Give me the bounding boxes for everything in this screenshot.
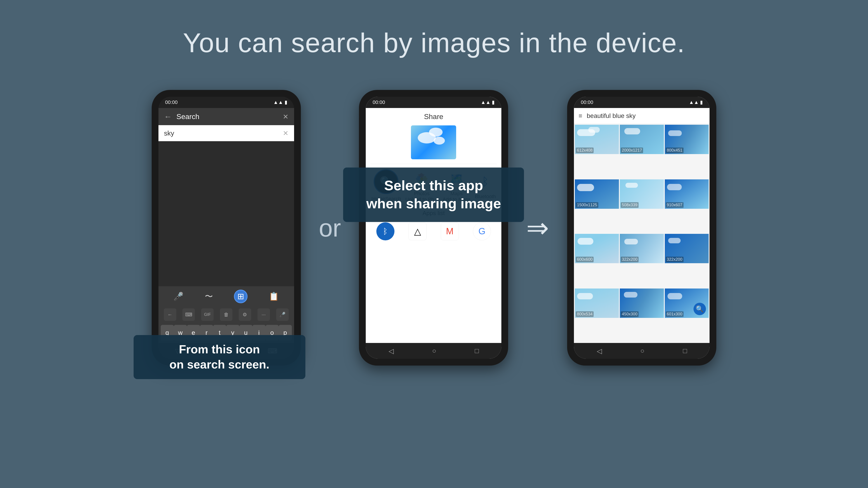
grid-cell-8[interactable]: 322x200 xyxy=(620,234,664,263)
grid-cell-1[interactable]: 612x408 xyxy=(575,125,619,154)
key-tab[interactable]: ⌨ xyxy=(182,308,195,321)
page-title: You can search by images in the device. xyxy=(183,27,685,58)
phone1-search-bar[interactable]: ← Search ✕ xyxy=(158,108,294,125)
search-query-text: sky xyxy=(164,129,174,137)
phone3-nav-home[interactable]: ○ xyxy=(640,347,645,355)
phone1-wrapper: 00:00 ▲▲ ▮ ← Search ✕ sky ✕ xyxy=(152,90,301,365)
grid-dim-9: 322x200 xyxy=(666,257,684,262)
phone3-status-bar: 00:00 ▲▲ ▮ xyxy=(574,97,710,108)
phone1-search-results-area xyxy=(158,141,294,286)
app2-google-icon[interactable]: G xyxy=(473,222,491,240)
grid-dim-12: 601x300 xyxy=(666,311,684,317)
key-settings[interactable]: ⚙ xyxy=(239,308,251,321)
share-apps-row2: ᛒ △ M G xyxy=(366,219,501,244)
key-mic2[interactable]: 🎤 xyxy=(276,308,289,321)
phone2-status-bar: 00:00 ▲▲ ▮ xyxy=(366,97,501,108)
phone3-signal: ▲▲ ▮ xyxy=(689,99,703,105)
phone2-wrapper: 00:00 ▲▲ ▮ Share xyxy=(359,90,508,365)
grid-cell-4[interactable]: 1500x1125 xyxy=(575,180,619,209)
phone3-nav-back[interactable]: ◁ xyxy=(597,347,602,355)
key-more[interactable]: ··· xyxy=(257,308,270,321)
phones-row: 00:00 ▲▲ ▮ ← Search ✕ sky ✕ xyxy=(0,90,868,365)
app2-gmail-icon[interactable]: M xyxy=(441,222,459,240)
search-query-clear-icon[interactable]: ✕ xyxy=(283,129,288,137)
key-back[interactable]: ← xyxy=(164,308,176,321)
grid-dim-3: 800x451 xyxy=(666,148,684,153)
phone2-share-dialog: Share 🔍 ImageSearch xyxy=(366,108,501,343)
grid-cell-7[interactable]: 600x600 xyxy=(575,234,619,263)
grid-dim-4: 1500x1125 xyxy=(576,202,598,208)
phone3-screen: 00:00 ▲▲ ▮ ≡ beautiful blue sky 612x408 xyxy=(574,97,710,359)
share-image-preview xyxy=(411,125,456,159)
phone2-frame: 00:00 ▲▲ ▮ Share xyxy=(359,90,508,365)
phone3-time: 00:00 xyxy=(581,99,593,105)
grid-dim-11: 450x300 xyxy=(621,311,639,317)
phone1-keyboard-sub-row: ← ⌨ GIF 🗑 ⚙ ··· 🎤 xyxy=(158,306,294,323)
phone1-keyboard-toolbar: 🎤 〜 ⊞ 📋 xyxy=(158,286,294,306)
grid-cell-11[interactable]: 450x300 xyxy=(620,289,664,318)
grid-cell-6[interactable]: 910x607 xyxy=(665,180,709,209)
grid-cell-5[interactable]: 508x339 xyxy=(620,180,664,209)
search-clear-icon[interactable]: ✕ xyxy=(283,113,288,121)
back-arrow-icon[interactable]: ← xyxy=(164,112,172,121)
phone1-frame: 00:00 ▲▲ ▮ ← Search ✕ sky ✕ xyxy=(152,90,301,365)
phone3-nav-bar: ◁ ○ □ xyxy=(574,343,710,359)
mic-icon[interactable]: 🎤 xyxy=(174,292,184,301)
grid-cell-10[interactable]: 800x534 xyxy=(575,289,619,318)
phone3-nav-recents[interactable]: □ xyxy=(683,347,687,355)
share-dialog-title: Share xyxy=(366,108,501,125)
phone3-toolbar: ≡ beautiful blue sky xyxy=(574,108,710,124)
clipboard-icon[interactable]: 📋 xyxy=(269,292,279,301)
phone2-screen: 00:00 ▲▲ ▮ Share xyxy=(366,97,501,359)
phone1-signal: ▲▲ ▮ xyxy=(273,99,287,105)
phone2-nav-home[interactable]: ○ xyxy=(432,347,436,355)
phone1-screen: 00:00 ▲▲ ▮ ← Search ✕ sky ✕ xyxy=(158,97,294,359)
grid-dim-8: 322x200 xyxy=(621,257,639,262)
grid-cell-2[interactable]: 2000x1217 xyxy=(620,125,664,154)
grid-dim-2: 2000x1217 xyxy=(621,148,643,153)
grid-dim-1: 612x408 xyxy=(576,148,594,153)
grid-dim-7: 600x600 xyxy=(576,257,594,262)
phone2-time: 00:00 xyxy=(373,99,385,105)
grid-cell-9[interactable]: 322x200 xyxy=(665,234,709,263)
phone3-frame: 00:00 ▲▲ ▮ ≡ beautiful blue sky 612x408 xyxy=(567,90,716,365)
search-input-label: Search xyxy=(177,112,278,121)
results-query-text: beautiful blue sky xyxy=(587,112,705,120)
phone2-nav-recents[interactable]: □ xyxy=(475,347,479,355)
or-separator: or xyxy=(319,214,341,242)
grid-cell-3[interactable]: 800x451 xyxy=(665,125,709,154)
image-search-icon-highlighted[interactable]: ⊞ xyxy=(234,290,248,303)
key-gif[interactable]: GIF xyxy=(201,308,214,321)
key-delete[interactable]: 🗑 xyxy=(220,308,232,321)
grid-dim-10: 800x534 xyxy=(576,311,594,317)
phone3-wrapper: 00:00 ▲▲ ▮ ≡ beautiful blue sky 612x408 xyxy=(567,90,716,365)
grid-cell-12[interactable]: 601x300 🔍 xyxy=(665,289,709,318)
arrow-right: ⇒ xyxy=(526,212,549,243)
app2-bluetooth-icon[interactable]: ᛒ xyxy=(376,222,395,240)
phone2-tooltip: Select this app when sharing image xyxy=(343,167,524,222)
grid-dim-6: 910x607 xyxy=(666,202,684,208)
trend-icon[interactable]: 〜 xyxy=(205,291,213,302)
phone2-signal: ▲▲ ▮ xyxy=(481,99,495,105)
image-grid: 612x408 2000x1217 800x451 1500x1125 xyxy=(574,124,710,343)
app2-drive-icon[interactable]: △ xyxy=(408,222,427,240)
search-fab-button[interactable]: 🔍 xyxy=(693,303,706,315)
phone1-tooltip: From this icon on search screen. xyxy=(133,335,305,379)
phone2-nav-back[interactable]: ◁ xyxy=(389,347,394,355)
phone1-time: 00:00 xyxy=(165,99,178,105)
grid-dim-5: 508x339 xyxy=(621,202,639,208)
phone1-status-bar: 00:00 ▲▲ ▮ xyxy=(158,97,294,108)
phone2-nav-bar: ◁ ○ □ xyxy=(366,343,501,359)
phone1-query-bar: sky ✕ xyxy=(158,125,294,141)
hamburger-icon[interactable]: ≡ xyxy=(579,112,582,120)
